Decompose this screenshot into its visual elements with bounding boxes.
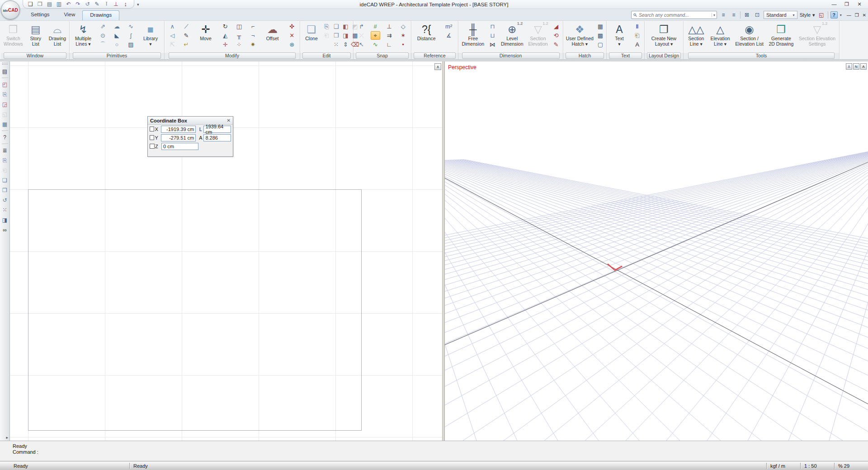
measure-angle-button[interactable]: ∧	[168, 22, 177, 31]
copy-fade-button[interactable]: ◩	[350, 22, 360, 31]
copy-rotate-button[interactable]: ◧	[341, 22, 350, 31]
leader-button[interactable]: ↵	[181, 40, 191, 49]
stretch-entities-button[interactable]: ◰	[1, 80, 9, 89]
length-field[interactable]: 1939.64 cm	[203, 126, 231, 133]
clone-button[interactable]: ❏Clone	[301, 22, 322, 52]
standard-combo[interactable]: Standard ▾	[764, 11, 797, 19]
copy-entities-button[interactable]: ⎘	[1, 90, 9, 99]
section-line-button[interactable]: △△SectionLine ▾	[686, 22, 707, 52]
cursor-snap-button[interactable]: ↖	[357, 40, 366, 49]
restore-button[interactable]: ❐	[844, 1, 850, 7]
distance-button[interactable]: ?{Distance	[416, 22, 437, 52]
ellipse-button[interactable]: ○	[112, 40, 122, 49]
circle-button[interactable]: ⊙	[98, 31, 108, 40]
command-search[interactable]: 🔍︎ ▾	[631, 11, 717, 19]
x-coordinate-field[interactable]: -1919.39 cm	[161, 126, 196, 133]
measure-distance-button[interactable]: ?	[1, 133, 9, 141]
level-dimension-button[interactable]: ⊕1.2LevelDimension	[500, 22, 525, 52]
y-lock-checkbox[interactable]	[150, 135, 154, 140]
style-dropdown[interactable]: Style ▾	[800, 12, 815, 18]
angle-dimension-button[interactable]: ◢	[552, 22, 561, 31]
x-lock-checkbox[interactable]	[150, 127, 154, 132]
z-coordinate-field[interactable]: 0 cm	[161, 143, 198, 150]
section-elevation-list-button[interactable]: ◉Section /Elevation List	[734, 22, 764, 52]
clone-object-button[interactable]: ❏	[1, 176, 9, 184]
text-leader-button[interactable]: ✎	[552, 40, 561, 49]
axis-snap-button[interactable]: ⤫	[357, 31, 366, 40]
corner-snap-button[interactable]: ∟	[384, 40, 394, 49]
document-close-button[interactable]: ✕	[863, 13, 866, 18]
slope-button[interactable]: ◣	[112, 31, 122, 40]
divide-points-button[interactable]: ⁙	[331, 40, 341, 49]
y-coordinate-field[interactable]: -279.51 cm	[161, 134, 196, 141]
close-drawing-icon[interactable]: ⊠	[743, 11, 751, 19]
lattice-hatch-button[interactable]: ▦	[595, 22, 605, 31]
copy-document-button[interactable]: ⎘	[1, 156, 9, 164]
toolbar-grip[interactable]	[2, 63, 8, 65]
mirror-button[interactable]: ◭	[221, 31, 230, 40]
scale-indicator[interactable]: 1 : 50	[801, 461, 834, 470]
drawing-list-button[interactable]: ⌓DrawingList	[47, 22, 68, 52]
swap-objects-button[interactable]: ↺	[1, 196, 9, 204]
paste-document-button[interactable]: ⎗	[1, 166, 9, 174]
section-elevation-button[interactable]: ▽1.2SectionElevation	[527, 22, 549, 52]
elevation-line-button[interactable]: △ElevationLine ▾	[709, 22, 731, 52]
help-button[interactable]: ?	[830, 11, 838, 19]
baseline-dimension-button[interactable]: ⊔	[488, 31, 497, 40]
polyline-snap-lock-button[interactable]: ∿	[371, 40, 380, 49]
outline-hatch-button[interactable]: ▢	[595, 40, 605, 49]
perpendicular-snap-button[interactable]: ⊥	[384, 22, 394, 31]
text-file-button[interactable]: ⎗	[632, 31, 642, 40]
toolbar-expand-icon[interactable]: ▸	[6, 435, 9, 440]
area-measure-button[interactable]: m²	[444, 22, 453, 31]
document-restore-button[interactable]: ❐	[855, 13, 859, 18]
story-down-icon[interactable]: ≡	[730, 11, 738, 19]
eyedropper-button[interactable]: ✎	[181, 31, 191, 40]
viewport-tool-button-2[interactable]: N	[853, 63, 859, 70]
move-button[interactable]: ✛Move	[195, 22, 216, 52]
multiple-copy-button[interactable]: ❐	[1, 186, 9, 194]
library-button[interactable]: ■Library▾	[140, 22, 161, 52]
find-objects-button[interactable]: ◨	[1, 216, 9, 224]
unit-indicator[interactable]: kgf / m	[767, 461, 800, 470]
drawing-canvas-2d[interactable]: ∧ Coordinate Box ✕ X -1919.39 cm L 1939.…	[10, 61, 442, 441]
break-button[interactable]: ✜	[287, 22, 297, 31]
coordinate-box-dialog[interactable]: Coordinate Box ✕ X -1919.39 cm L 1939.64…	[147, 116, 233, 157]
multiple-lines-button[interactable]: ↯MultipleLines ▾	[73, 22, 94, 52]
app-logo[interactable]: ideCAD	[1, 0, 20, 19]
zoom-indicator[interactable]: % 29	[835, 461, 868, 470]
tab-view[interactable]: View	[57, 10, 83, 20]
story-list-button[interactable]: ▤StoryList	[25, 22, 46, 52]
command-panel[interactable]: Ready Command :	[0, 441, 868, 461]
edit-object-table-button[interactable]: ▦	[1, 120, 9, 128]
offset-button[interactable]: ☁Offset	[262, 22, 283, 52]
magic-wand-button[interactable]: ✷	[248, 40, 258, 49]
pick-arrow-button[interactable]: ◁	[168, 31, 177, 40]
join-button[interactable]: ⊗	[287, 40, 297, 49]
viewport-3d[interactable]: Perspective ⅄NA	[445, 61, 868, 441]
move-entities-button[interactable]: ◲	[1, 100, 9, 108]
create-new-layout-button[interactable]: ❐Create NewLayout ▾	[650, 22, 678, 52]
paste-button[interactable]: ⎗	[322, 31, 331, 40]
parallel-snap-button[interactable]: ⇉	[384, 31, 394, 40]
free-dimension-button[interactable]: ╫FreeDimension	[460, 22, 486, 52]
display-settings-icon[interactable]: ◱	[817, 11, 826, 19]
midpoint-snap-button[interactable]: ✶	[398, 31, 408, 40]
report-document-button[interactable]: ≣	[1, 146, 9, 155]
distribute-button[interactable]: ⁘	[234, 40, 244, 49]
wave-line-button[interactable]: ∿	[126, 22, 136, 31]
pane-collapse-button[interactable]: ∧	[434, 63, 441, 70]
minimize-button[interactable]: —	[831, 1, 837, 7]
text-button[interactable]: AText▾	[609, 22, 630, 52]
explode-button[interactable]: ✕	[287, 31, 297, 40]
arc-button[interactable]: ⌒	[98, 40, 108, 49]
align-objects-button[interactable]: ╥	[234, 31, 244, 40]
viewport-tool-button-3[interactable]: A	[860, 63, 867, 70]
solid-hatch-button[interactable]: ▩	[595, 31, 605, 40]
switch-windows-button[interactable]: ❐SwitchWindows	[2, 22, 24, 52]
z-lock-checkbox[interactable]	[150, 144, 155, 149]
section-elevation-settings-button[interactable]: ▽1.2Section ElevationSettings	[797, 22, 837, 52]
search-dropdown-icon[interactable]: ▾	[712, 13, 715, 17]
find-button[interactable]: ∞	[1, 226, 9, 234]
generate-2d-drawing-button[interactable]: ❒Generate2D Drawing	[767, 22, 795, 52]
